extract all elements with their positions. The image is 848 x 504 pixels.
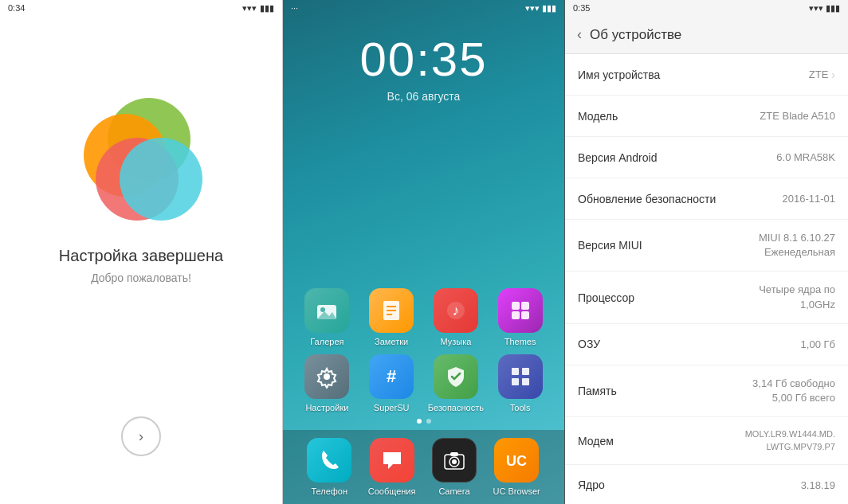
app-music[interactable]: ♪ Музыка bbox=[428, 288, 485, 346]
screen-home: ··· ▾▾▾ ▮▮▮ 00:35 Вс, 06 августа Галерея… bbox=[283, 0, 565, 504]
music-icon: ♪ bbox=[434, 288, 478, 333]
next-button[interactable]: › bbox=[121, 416, 161, 456]
android-version-value: 6.0 MRA58K bbox=[776, 151, 835, 163]
gallery-icon bbox=[304, 288, 349, 333]
security-patch-value: 2016-11-01 bbox=[783, 193, 836, 205]
setting-ram: ОЗУ 1,00 Гб bbox=[565, 324, 848, 365]
svg-text:#: # bbox=[387, 366, 396, 386]
app-tools[interactable]: Tools bbox=[492, 354, 548, 412]
svg-text:UC: UC bbox=[506, 453, 527, 469]
app-settings[interactable]: Настройки bbox=[299, 354, 355, 412]
app-grid-row1: Галерея Заметки ♪ Музыка Themes Настрой bbox=[283, 280, 564, 412]
phone-icon bbox=[307, 438, 351, 483]
model-value: ZTE Blade A510 bbox=[760, 110, 835, 122]
tools-label: Tools bbox=[510, 403, 531, 412]
logo-svg bbox=[77, 96, 205, 223]
app-notes[interactable]: Заметки bbox=[363, 288, 420, 346]
android-version-label: Версия Android bbox=[578, 151, 657, 164]
uc-label: UC Browser bbox=[493, 486, 540, 496]
miui-logo bbox=[77, 96, 205, 223]
themes-label: Themes bbox=[504, 337, 536, 346]
app-security[interactable]: Безопасность bbox=[428, 354, 485, 412]
status-icons-1: ▾▾▾ ▮▮▮ bbox=[242, 3, 274, 14]
svg-text:♪: ♪ bbox=[452, 303, 459, 318]
supersu-icon: # bbox=[369, 354, 414, 399]
svg-rect-20 bbox=[522, 368, 529, 375]
status-icons-2: ▾▾▾ ▮▮▮ bbox=[525, 3, 556, 14]
device-name-value: ZTE › bbox=[809, 68, 835, 81]
model-label: Модель bbox=[578, 110, 618, 123]
wifi-icon: ▾▾▾ bbox=[242, 3, 257, 14]
app-phone[interactable]: Телефон bbox=[307, 438, 351, 496]
miui-version-label: Версия MIUI bbox=[578, 239, 642, 252]
device-name-label: Имя устройства bbox=[578, 68, 660, 81]
modem-value: MOLY.LR9.W1444.MD.LWTG.MPV79.P7 bbox=[745, 428, 835, 453]
status-bar-3: 0:35 ▾▾▾ ▮▮▮ bbox=[565, 0, 848, 16]
security-icon bbox=[434, 354, 478, 399]
svg-point-3 bbox=[120, 138, 202, 221]
kernel-value: 3.18.19 bbox=[801, 479, 835, 491]
screen-setup: 0:34 ▾▾▾ ▮▮▮ Настройка завершена Добро п… bbox=[0, 0, 283, 504]
app-uc[interactable]: UC UC Browser bbox=[493, 438, 540, 496]
app-camera[interactable]: Camera bbox=[432, 438, 477, 496]
notes-icon bbox=[369, 288, 414, 333]
svg-point-25 bbox=[452, 459, 457, 464]
uc-icon: UC bbox=[494, 438, 539, 483]
status-bar-2: ··· ▾▾▾ ▮▮▮ bbox=[283, 0, 564, 16]
ram-value: 1,00 Гб bbox=[801, 338, 835, 350]
svg-rect-21 bbox=[512, 378, 519, 385]
screen-about: 0:35 ▾▾▾ ▮▮▮ ‹ Об устройстве Имя устройс… bbox=[565, 0, 848, 504]
chevron-icon: › bbox=[831, 68, 835, 81]
storage-label: Память bbox=[578, 385, 617, 397]
about-title: Об устройстве bbox=[590, 27, 681, 43]
app-supersu[interactable]: # SuperSU bbox=[363, 354, 420, 412]
messages-label: Сообщения bbox=[368, 486, 416, 496]
svg-point-17 bbox=[324, 373, 330, 380]
settings-label: Настройки bbox=[305, 403, 348, 412]
dot-2 bbox=[426, 419, 431, 424]
signal-icon: ··· bbox=[291, 3, 298, 13]
about-list: Имя устройства ZTE › Модель ZTE Blade A5… bbox=[565, 54, 848, 504]
status-time-3: 0:35 bbox=[573, 3, 590, 13]
setting-android-version: Версия Android 6.0 MRA58K bbox=[565, 137, 848, 178]
miui-version-value: MIUI 8.1 6.10.27Еженедельная bbox=[759, 231, 835, 260]
gallery-label: Галерея bbox=[310, 337, 344, 346]
battery-icon-2: ▮▮▮ bbox=[542, 3, 556, 13]
about-top-bar: ‹ Об устройстве bbox=[565, 16, 848, 54]
page-dots bbox=[283, 419, 564, 424]
setting-security-patch: Обновление безопасности 2016-11-01 bbox=[565, 178, 848, 220]
tools-icon bbox=[498, 354, 543, 399]
modem-label: Модем bbox=[578, 435, 614, 447]
messages-icon bbox=[370, 438, 414, 483]
phone-label: Телефон bbox=[311, 486, 347, 496]
themes-icon bbox=[498, 288, 543, 333]
svg-rect-19 bbox=[512, 368, 519, 375]
back-button[interactable]: ‹ bbox=[577, 26, 582, 43]
app-gallery[interactable]: Галерея bbox=[299, 288, 355, 346]
setting-miui-version: Версия MIUI MIUI 8.1 6.10.27Еженедельная bbox=[565, 220, 848, 272]
notes-label: Заметки bbox=[375, 337, 408, 346]
setting-kernel: Ядро 3.18.19 bbox=[565, 465, 848, 504]
status-icons-3: ▾▾▾ ▮▮▮ bbox=[809, 3, 840, 14]
kernel-label: Ядро bbox=[578, 479, 605, 491]
setting-device-name[interactable]: Имя устройства ZTE › bbox=[565, 54, 848, 96]
supersu-label: SuperSU bbox=[374, 403, 410, 412]
svg-rect-14 bbox=[521, 302, 529, 310]
svg-rect-26 bbox=[450, 452, 458, 456]
setup-subtitle: Добро пожаловать! bbox=[91, 272, 191, 284]
app-messages[interactable]: Сообщения bbox=[368, 438, 416, 496]
setup-title: Настройка завершена bbox=[59, 247, 223, 265]
setting-processor: Процессор Четыре ядра по1,0GHz bbox=[565, 272, 848, 323]
battery-icon: ▮▮▮ bbox=[260, 3, 274, 14]
app-themes[interactable]: Themes bbox=[492, 288, 548, 346]
ram-label: ОЗУ bbox=[578, 338, 600, 350]
bottom-dock: Телефон Сообщения Camera UC UC Browser bbox=[283, 430, 564, 504]
status-time-1: 0:34 bbox=[8, 3, 25, 13]
date-display: Вс, 06 августа bbox=[283, 90, 564, 103]
battery-icon-3: ▮▮▮ bbox=[826, 3, 840, 13]
setting-storage: Память 3,14 Гб свободно5,00 Гб всего bbox=[565, 365, 848, 417]
big-time: 00:35 bbox=[283, 32, 564, 87]
wifi-icon-2: ▾▾▾ bbox=[525, 3, 540, 13]
security-patch-label: Обновление безопасности bbox=[578, 193, 716, 205]
camera-icon bbox=[432, 438, 477, 483]
